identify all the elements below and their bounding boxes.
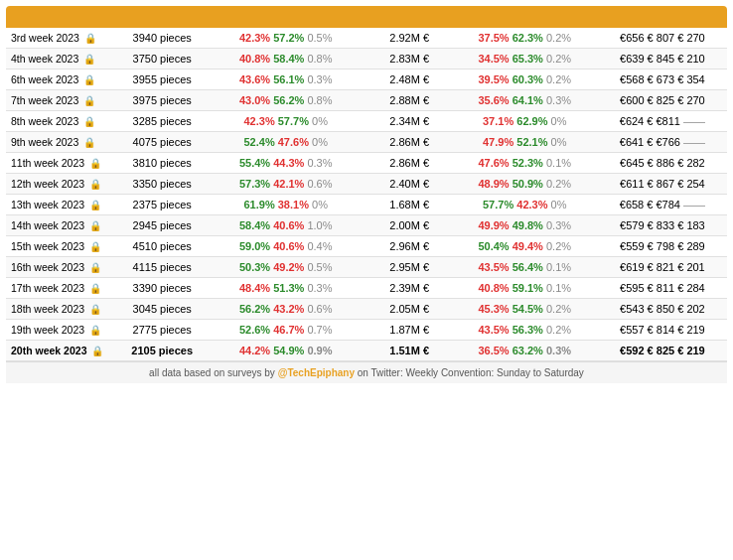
asp-1: €611 € bbox=[620, 178, 654, 190]
rev-share-1: 43.5% bbox=[478, 324, 509, 336]
para-share-2: 46.7% bbox=[273, 324, 304, 336]
para-share-2: 40.6% bbox=[273, 240, 304, 252]
cell-asps: €645 € 886 € 282 bbox=[598, 153, 727, 174]
rev-share-3: 0.3% bbox=[546, 219, 571, 231]
cell-paragraph-shares: 61.9% 38.1% 0% bbox=[205, 195, 367, 215]
cell-paragraph-shares: 52.6% 46.7% 0.7% bbox=[205, 320, 367, 341]
rev-share-3: 0.2% bbox=[546, 73, 571, 85]
para-share-2: 56.1% bbox=[273, 73, 304, 85]
cell-sales-volume: 2.48M € bbox=[367, 70, 452, 90]
cell-revenue-shares: 47.6% 52.3% 0.1% bbox=[452, 153, 598, 174]
para-share-2: 51.3% bbox=[273, 282, 304, 294]
cell-asps: €557 € 814 € 219 bbox=[598, 320, 727, 341]
cell-sales-volume: 2.88M € bbox=[367, 90, 452, 111]
rev-share-3: 0.3% bbox=[546, 94, 571, 106]
asp-3: 289 bbox=[686, 240, 704, 252]
rev-share-3: 0.2% bbox=[546, 240, 571, 252]
para-share-2: 57.7% bbox=[278, 115, 309, 127]
cell-paragraph-shares: 56.2% 43.2% 0.6% bbox=[205, 299, 367, 320]
rev-share-2: 49.8% bbox=[513, 219, 543, 231]
cell-paragraph-shares: 48.4% 51.3% 0.3% bbox=[205, 278, 367, 299]
para-share-3: 0.6% bbox=[307, 178, 332, 190]
cell-revenue-shares: 37.5% 62.3% 0.2% bbox=[452, 28, 598, 49]
cell-week: 7th week 2023 🔒 bbox=[6, 90, 120, 111]
cell-week: 13th week 2023 🔒 bbox=[6, 195, 120, 215]
rev-share-3: 0.2% bbox=[546, 178, 571, 190]
cell-week: 4th week 2023 🔒 bbox=[6, 49, 120, 70]
rev-share-1: 49.9% bbox=[478, 219, 509, 231]
cell-paragraph-shares: 57.3% 42.1% 0.6% bbox=[205, 174, 367, 195]
para-share-3: 0.7% bbox=[307, 324, 332, 336]
cell-asps: €568 € 673 € 354 bbox=[598, 70, 727, 90]
para-share-1: 59.0% bbox=[239, 240, 270, 252]
para-share-2: 44.3% bbox=[273, 157, 304, 169]
header-sales-volume bbox=[367, 18, 452, 28]
asp-1: €624 € bbox=[620, 115, 654, 127]
asp-1: €568 € bbox=[620, 73, 654, 85]
asp-3: 284 bbox=[686, 282, 704, 294]
asp-3: 270 bbox=[686, 32, 704, 44]
rev-share-1: 45.3% bbox=[478, 303, 509, 315]
cell-paragraph-shares: 40.8% 58.4% 0.8% bbox=[205, 49, 367, 70]
para-share-1: 58.4% bbox=[239, 219, 270, 231]
rev-share-2: 60.3% bbox=[513, 73, 543, 85]
asp-3: 270 bbox=[686, 94, 704, 106]
cell-asps: €611 € 867 € 254 bbox=[598, 174, 727, 195]
cell-revenue-shares: 39.5% 60.3% 0.2% bbox=[452, 70, 598, 90]
cell-asps: €559 € 798 € 289 bbox=[598, 236, 727, 257]
asp-2: €811 bbox=[656, 115, 679, 127]
cell-asps: €658 € €784 —— bbox=[598, 195, 727, 215]
asp-3: 201 bbox=[686, 261, 704, 273]
asp-3: 202 bbox=[686, 303, 704, 315]
cell-week: 14th week 2023 🔒 bbox=[6, 215, 120, 236]
cell-sales-volume: 2.86M € bbox=[367, 132, 452, 153]
para-share-2: 47.6% bbox=[278, 136, 309, 148]
rev-share-2: 56.3% bbox=[513, 324, 543, 336]
asp-1: €600 € bbox=[620, 94, 654, 106]
cell-week: 15th week 2023 🔒 bbox=[6, 236, 120, 257]
cell-week: 11th week 2023 🔒 bbox=[6, 153, 120, 174]
rev-share-1: 34.5% bbox=[478, 53, 509, 65]
rev-share-3: 0.1% bbox=[546, 157, 571, 169]
para-share-1: 57.3% bbox=[239, 178, 270, 190]
cell-asps: €600 € 825 € 270 bbox=[598, 90, 727, 111]
rev-share-2: 52.1% bbox=[516, 136, 547, 148]
rev-share-3: 0.2% bbox=[546, 303, 571, 315]
para-share-3: 0% bbox=[312, 136, 328, 148]
rev-share-1: 50.4% bbox=[478, 240, 509, 252]
cell-sales-volume: 2.39M € bbox=[367, 278, 452, 299]
asp-1: €641 € bbox=[620, 136, 654, 148]
asp-2: 886 € bbox=[657, 157, 684, 169]
cell-paragraph-shares: 44.2% 54.9% 0.9% bbox=[205, 341, 367, 361]
para-share-3: 0.3% bbox=[307, 73, 332, 85]
asp-2: 807 € bbox=[657, 32, 684, 44]
rev-share-1: 48.9% bbox=[478, 178, 509, 190]
cell-week: 20th week 2023 🔒 bbox=[6, 341, 120, 361]
cell-asps: €641 € €766 —— bbox=[598, 132, 727, 153]
para-share-1: 55.4% bbox=[239, 157, 270, 169]
cell-revenue-shares: 43.5% 56.3% 0.2% bbox=[452, 320, 598, 341]
rev-share-2: 62.3% bbox=[513, 32, 543, 44]
asp-1: €595 € bbox=[620, 282, 654, 294]
cell-revenue-shares: 37.1% 62.9% 0% bbox=[452, 111, 598, 132]
asp-2: 825 € bbox=[657, 94, 684, 106]
para-share-1: 44.2% bbox=[239, 345, 270, 356]
data-table: 3rd week 2023 🔒3940 pieces42.3% 57.2% 0.… bbox=[6, 18, 727, 361]
cell-unit-volume: 4075 pieces bbox=[120, 132, 205, 153]
cell-paragraph-shares: 42.3% 57.2% 0.5% bbox=[205, 28, 367, 49]
cell-asps: €619 € 821 € 201 bbox=[598, 257, 727, 278]
rev-share-2: 63.2% bbox=[513, 345, 543, 356]
asp-3: 282 bbox=[686, 157, 704, 169]
rev-share-3: 0.1% bbox=[546, 282, 571, 294]
rev-share-1: 43.5% bbox=[478, 261, 509, 273]
rev-share-2: 49.4% bbox=[513, 240, 543, 252]
cell-sales-volume: 1.68M € bbox=[367, 195, 452, 215]
asp-2: €784 bbox=[656, 199, 679, 210]
asp-3: —— bbox=[683, 115, 705, 127]
header-revenue-shares bbox=[452, 18, 598, 28]
cell-unit-volume: 2945 pieces bbox=[120, 215, 205, 236]
asp-2: 833 € bbox=[657, 219, 684, 231]
para-share-3: 0.5% bbox=[307, 261, 332, 273]
rev-share-2: 59.1% bbox=[513, 282, 543, 294]
asp-1: €559 € bbox=[620, 240, 654, 252]
